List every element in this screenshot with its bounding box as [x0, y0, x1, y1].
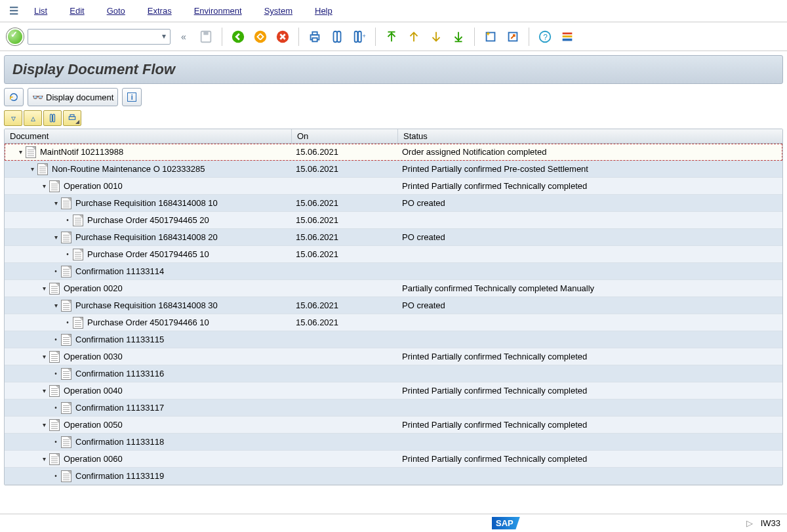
- tree-print-button[interactable]: ◢: [63, 110, 81, 126]
- tree-row-label: Confirmation 11133117: [75, 403, 164, 413]
- expand-twisty-icon[interactable]: ▾: [52, 199, 60, 207]
- info-button[interactable]: i: [122, 88, 142, 106]
- last-page-icon[interactable]: [449, 28, 468, 46]
- expand-twisty-icon[interactable]: ▾: [40, 421, 48, 428]
- expand-twisty-icon[interactable]: ▾: [52, 234, 60, 241]
- expand-twisty-icon[interactable]: ▾: [40, 387, 48, 394]
- column-header-status[interactable]: Status: [398, 129, 782, 143]
- menu-goto[interactable]: Goto: [98, 6, 134, 16]
- collapse-toolbar-icon[interactable]: «: [174, 28, 193, 46]
- svg-rect-24: [53, 114, 55, 122]
- expand-twisty-icon[interactable]: ▾: [40, 285, 48, 292]
- tree-row[interactable]: ▾Purchase Requisition 1684314008 1015.06…: [5, 195, 782, 212]
- page-up-icon[interactable]: [405, 28, 423, 46]
- tree-row[interactable]: ▾MaintNotif 10211398815.06.2021Order ass…: [5, 144, 782, 161]
- menu-list[interactable]: List: [25, 6, 56, 16]
- document-icon: [49, 385, 60, 397]
- tree-row-date: 15.06.2021: [292, 232, 398, 242]
- tree-row[interactable]: ▾Operation 0050Printed Partially confirm…: [5, 417, 782, 434]
- tree-row[interactable]: ▾Purchase Requisition 1684314008 2015.06…: [5, 229, 782, 246]
- column-header-on[interactable]: On: [292, 129, 398, 143]
- expand-twisty-icon[interactable]: ▾: [40, 455, 48, 462]
- new-session-icon[interactable]: ✦: [481, 28, 500, 46]
- layout-icon[interactable]: [558, 28, 576, 46]
- svg-rect-10: [355, 31, 358, 42]
- app-toolbar: 👓 Display document i: [4, 88, 783, 106]
- tree-row[interactable]: ▾Operation 0060Printed Partially confirm…: [5, 451, 782, 468]
- first-page-icon[interactable]: [382, 28, 401, 46]
- help-icon[interactable]: ?: [536, 28, 554, 46]
- leaf-bullet-icon: •: [52, 438, 60, 445]
- tree-row[interactable]: ▾Operation 0010Printed Partially confirm…: [5, 178, 782, 195]
- enter-button[interactable]: [7, 28, 24, 45]
- tree-row[interactable]: •Purchase Order 4501794465 2015.06.2021: [5, 212, 782, 229]
- tree-row-date: 15.06.2021: [292, 164, 398, 174]
- tree-row-label: Confirmation 11133115: [75, 335, 164, 344]
- tree-row-label: Operation 0020: [64, 283, 123, 293]
- tree-row[interactable]: ▾Purchase Requisition 1684314008 3015.06…: [5, 297, 782, 314]
- tree-row[interactable]: •Confirmation 11133115: [5, 331, 782, 348]
- tree-row[interactable]: •Confirmation 11133117: [5, 399, 782, 417]
- tree-row-label: Purchase Requisition 1684314008 30: [75, 300, 218, 310]
- cancel-icon[interactable]: [273, 28, 292, 46]
- menu-bar: ☰ List Edit Goto Extras Environment Syst…: [0, 0, 787, 22]
- leaf-bullet-icon: •: [64, 319, 71, 326]
- find-icon[interactable]: [328, 28, 346, 46]
- exit-icon[interactable]: [251, 28, 270, 46]
- expand-twisty-icon[interactable]: ▾: [40, 353, 48, 360]
- document-flow-panel: Document On Status ▾MaintNotif 102113988…: [4, 129, 783, 485]
- tree-find-button[interactable]: [43, 110, 62, 126]
- sap-menu-icon[interactable]: ☰: [7, 4, 21, 18]
- document-icon: [37, 163, 48, 175]
- expand-twisty-icon[interactable]: ▾: [28, 165, 36, 173]
- column-header-document[interactable]: Document: [5, 129, 292, 143]
- tree-row-label: Operation 0050: [64, 420, 123, 430]
- tree-row[interactable]: ▾Operation 0040Printed Partially confirm…: [5, 382, 782, 399]
- tree-row[interactable]: ▾Non-Routine Maintenance O 10233328515.0…: [5, 161, 782, 178]
- expand-twisty-icon[interactable]: ▾: [40, 182, 48, 190]
- tree-row[interactable]: ▾Operation 0030Printed Partially confirm…: [5, 348, 782, 365]
- tree-row[interactable]: •Confirmation 11133118: [5, 434, 782, 451]
- save-icon[interactable]: [197, 28, 215, 46]
- tree-row-label: Purchase Order 4501794465 10: [87, 249, 209, 259]
- document-icon: [61, 266, 71, 277]
- expand-twisty-icon[interactable]: ▾: [16, 148, 24, 155]
- menu-help[interactable]: Help: [306, 6, 342, 16]
- shortcut-icon[interactable]: [504, 28, 522, 46]
- tree-row[interactable]: •Confirmation 11133119: [5, 468, 782, 485]
- page-title: Display Document Flow: [4, 55, 783, 84]
- tree-row-status: Order assigned Notification completed: [398, 147, 782, 157]
- page-down-icon[interactable]: [427, 28, 445, 46]
- menu-environment[interactable]: Environment: [185, 6, 251, 16]
- tree-row[interactable]: •Confirmation 11133114: [5, 263, 782, 280]
- tree-row-label: Confirmation 11133118: [75, 437, 164, 447]
- tree-row[interactable]: ▾Operation 0020Partially confirmed Techn…: [5, 280, 782, 297]
- expand-all-button[interactable]: ▿: [4, 110, 22, 126]
- tree-row-label: Operation 0030: [64, 352, 123, 361]
- tree-row-status: Printed Partially confirmed Technically …: [398, 420, 782, 430]
- menu-edit[interactable]: Edit: [60, 6, 93, 16]
- tree-row[interactable]: •Confirmation 11133116: [5, 365, 782, 382]
- tree-row[interactable]: •Purchase Order 4501794465 1015.06.2021: [5, 246, 782, 263]
- tree-row-status: PO created: [398, 198, 782, 208]
- document-icon: [73, 215, 83, 226]
- menu-system[interactable]: System: [255, 6, 302, 16]
- back-icon[interactable]: [229, 28, 247, 46]
- document-icon: [61, 300, 71, 312]
- tree-row[interactable]: •Purchase Order 4501794466 1015.06.2021: [5, 314, 782, 331]
- expand-twisty-icon[interactable]: ▾: [52, 302, 60, 309]
- document-icon: [73, 249, 83, 260]
- refresh-button[interactable]: [4, 88, 24, 106]
- tree-row-status: Printed Partially confirmed Technically …: [398, 352, 782, 361]
- collapse-all-button[interactable]: ▵: [24, 110, 42, 126]
- print-icon[interactable]: [306, 28, 324, 46]
- menu-extras[interactable]: Extras: [138, 6, 181, 16]
- leaf-bullet-icon: •: [64, 216, 71, 224]
- tree-body: ▾MaintNotif 10211398815.06.2021Order ass…: [5, 144, 782, 485]
- tree-toolbar: ▿ ▵ ◢: [4, 110, 783, 126]
- command-field[interactable]: [28, 29, 171, 45]
- display-document-button[interactable]: 👓 Display document: [28, 88, 118, 106]
- find-next-icon[interactable]: +: [350, 28, 369, 46]
- svg-point-2: [232, 30, 244, 42]
- svg-rect-26: [70, 115, 74, 117]
